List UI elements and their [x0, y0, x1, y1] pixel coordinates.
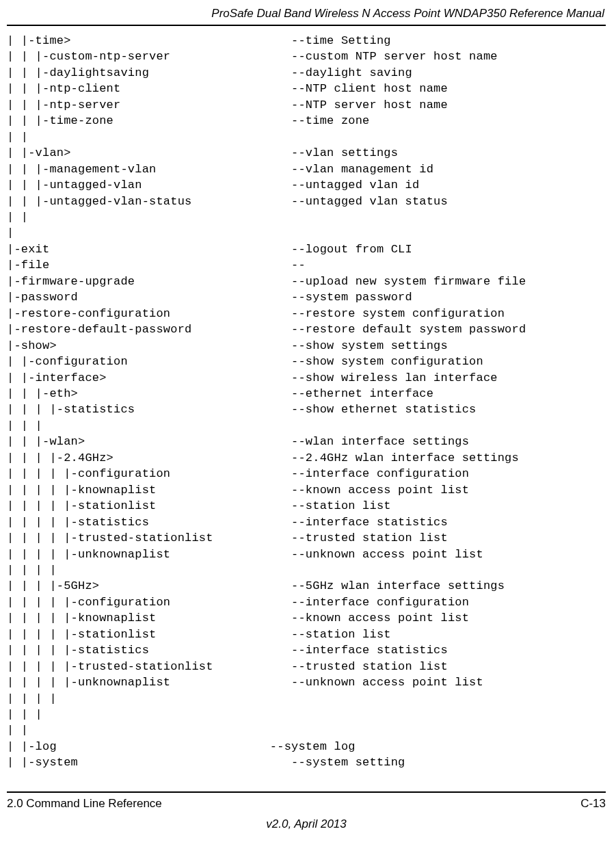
footer-version: v2.0, April 2013 — [7, 811, 606, 831]
cli-tree-output: | |-time> --time Setting | | |-custom-nt… — [7, 33, 606, 771]
page-header-title: ProSafe Dual Band Wireless N Access Poin… — [7, 7, 606, 25]
page-number: C-13 — [580, 797, 606, 811]
header-divider — [7, 25, 606, 26]
footer-section-title: 2.0 Command Line Reference — [7, 797, 162, 811]
